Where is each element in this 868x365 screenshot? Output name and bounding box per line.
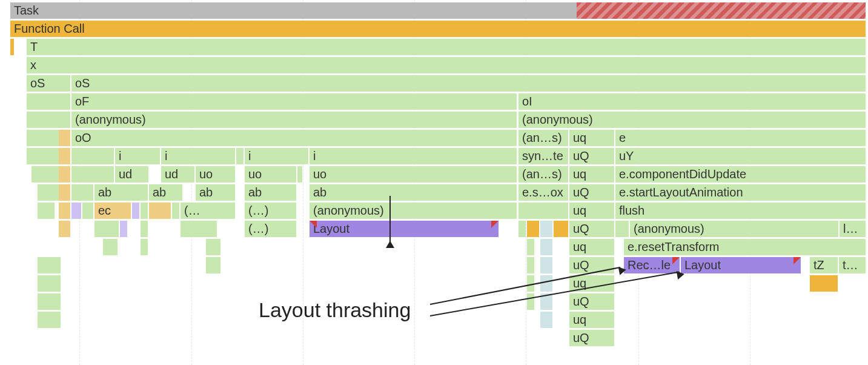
- fn-bar[interactable]: [10, 39, 14, 55]
- fn-bar[interactable]: [132, 203, 139, 219]
- fn-bar[interactable]: [38, 257, 61, 273]
- fn-bar[interactable]: [59, 130, 70, 146]
- fn-bar[interactable]: x: [27, 57, 866, 73]
- fn-bar[interactable]: T: [27, 39, 866, 55]
- fn-bar[interactable]: [94, 221, 119, 237]
- fn-bar[interactable]: uo: [310, 166, 517, 182]
- fn-bar[interactable]: uQ: [569, 184, 614, 201]
- fn-bar[interactable]: [71, 184, 93, 201]
- fn-bar[interactable]: uQ: [569, 221, 614, 237]
- fn-bar[interactable]: [141, 239, 148, 255]
- fn-bar[interactable]: (anonymous): [630, 221, 838, 237]
- fn-bar[interactable]: oO: [71, 130, 517, 146]
- fn-bar[interactable]: [59, 166, 70, 182]
- fn-bar[interactable]: oS: [27, 75, 70, 92]
- fn-bar[interactable]: i: [310, 148, 517, 164]
- fn-bar[interactable]: [82, 203, 93, 219]
- fn-bar[interactable]: [554, 221, 568, 237]
- fn-bar[interactable]: [59, 184, 70, 201]
- fn-bar[interactable]: [27, 112, 70, 128]
- fn-bar[interactable]: uQ: [569, 330, 614, 346]
- fn-bar[interactable]: [540, 239, 552, 255]
- fn-bar[interactable]: (…: [181, 203, 235, 219]
- fn-bar[interactable]: [71, 166, 114, 182]
- fn-bar[interactable]: (an…s): [518, 130, 568, 146]
- fn-bar[interactable]: [103, 239, 118, 255]
- fn-bar[interactable]: t…: [839, 257, 866, 273]
- fn-bar[interactable]: [527, 239, 534, 255]
- fn-bar[interactable]: [149, 203, 171, 219]
- fn-bar[interactable]: e.s…ox: [518, 184, 568, 201]
- fn-bar[interactable]: [27, 93, 70, 110]
- fn-bar[interactable]: [527, 293, 534, 310]
- fn-bar[interactable]: [181, 221, 217, 237]
- fn-bar[interactable]: syn…te: [518, 148, 568, 164]
- fn-bar[interactable]: uq: [569, 312, 614, 328]
- fn-bar[interactable]: [38, 293, 61, 310]
- fn-bar[interactable]: uo: [196, 166, 235, 182]
- fn-bar[interactable]: uQ: [569, 148, 614, 164]
- fn-bar[interactable]: e: [615, 130, 866, 146]
- fn-bar[interactable]: [38, 312, 61, 328]
- layout-bar[interactable]: Layout: [310, 221, 499, 237]
- fn-bar[interactable]: uq: [569, 130, 614, 146]
- fn-bar[interactable]: flush: [615, 203, 866, 219]
- fn-bar[interactable]: [527, 257, 534, 273]
- fn-bar[interactable]: [71, 148, 114, 164]
- fn-bar[interactable]: [206, 257, 220, 273]
- layout-bar[interactable]: Layout: [681, 257, 801, 273]
- fn-bar[interactable]: ec: [94, 203, 131, 219]
- fn-bar[interactable]: [59, 203, 70, 219]
- fn-bar[interactable]: uq: [569, 239, 614, 255]
- fn-bar[interactable]: [206, 239, 220, 255]
- flame-chart-canvas[interactable]: { "task_bar": { "label": "Task" }, "func…: [0, 0, 868, 365]
- fn-bar[interactable]: ud: [161, 166, 194, 182]
- fn-bar[interactable]: ab: [149, 184, 182, 201]
- fn-bar[interactable]: [236, 148, 244, 164]
- fn-bar[interactable]: (…): [245, 203, 296, 219]
- fn-bar[interactable]: l…: [840, 221, 866, 237]
- fn-bar[interactable]: [540, 257, 552, 273]
- fn-bar[interactable]: uQ: [569, 257, 614, 273]
- fn-bar[interactable]: [71, 203, 81, 219]
- fn-bar[interactable]: uq: [569, 166, 614, 182]
- fn-bar[interactable]: e.startLayoutAnimation: [615, 184, 866, 201]
- fn-bar[interactable]: e.componentDidUpdate: [615, 166, 866, 182]
- fn-bar[interactable]: [540, 312, 552, 328]
- fn-bar[interactable]: [141, 203, 148, 219]
- fn-bar[interactable]: tZ: [810, 257, 838, 273]
- fn-bar[interactable]: [540, 221, 552, 237]
- fn-bar[interactable]: oF: [71, 93, 517, 110]
- fn-bar[interactable]: ud: [115, 166, 148, 182]
- fn-bar[interactable]: [615, 221, 629, 237]
- fn-bar[interactable]: (…): [245, 221, 296, 237]
- fn-bar[interactable]: uY: [615, 148, 866, 164]
- fn-bar[interactable]: [59, 148, 70, 164]
- fn-bar[interactable]: uq: [569, 203, 614, 219]
- fn-bar[interactable]: [518, 203, 568, 219]
- fn-bar[interactable]: uo: [245, 166, 296, 182]
- fn-bar[interactable]: ab: [245, 184, 296, 201]
- fn-bar[interactable]: [810, 275, 838, 292]
- fn-bar[interactable]: e.resetTransform: [624, 239, 866, 255]
- fn-bar[interactable]: oI: [518, 93, 866, 110]
- fn-bar[interactable]: [297, 166, 302, 182]
- fn-bar[interactable]: (anonymous): [518, 112, 866, 128]
- fn-bar[interactable]: [59, 221, 70, 237]
- fn-bar[interactable]: [38, 275, 61, 292]
- function-call-bar[interactable]: Function Call: [10, 21, 866, 37]
- fn-bar[interactable]: [38, 203, 55, 219]
- fn-bar[interactable]: i: [115, 148, 160, 164]
- fn-bar[interactable]: [527, 221, 539, 237]
- fn-bar[interactable]: [141, 221, 148, 237]
- fn-bar[interactable]: (an…s): [518, 166, 568, 182]
- fn-bar[interactable]: i: [161, 148, 235, 164]
- fn-bar[interactable]: ab: [94, 184, 148, 201]
- fn-bar[interactable]: uQ: [569, 293, 614, 310]
- fn-bar[interactable]: (anonymous): [310, 203, 517, 219]
- fn-bar[interactable]: (anonymous): [71, 112, 517, 128]
- fn-bar[interactable]: ab: [310, 184, 517, 201]
- recalculate-style-bar[interactable]: Rec…le: [624, 257, 680, 273]
- fn-bar[interactable]: [172, 203, 179, 219]
- fn-bar[interactable]: oS: [71, 75, 866, 92]
